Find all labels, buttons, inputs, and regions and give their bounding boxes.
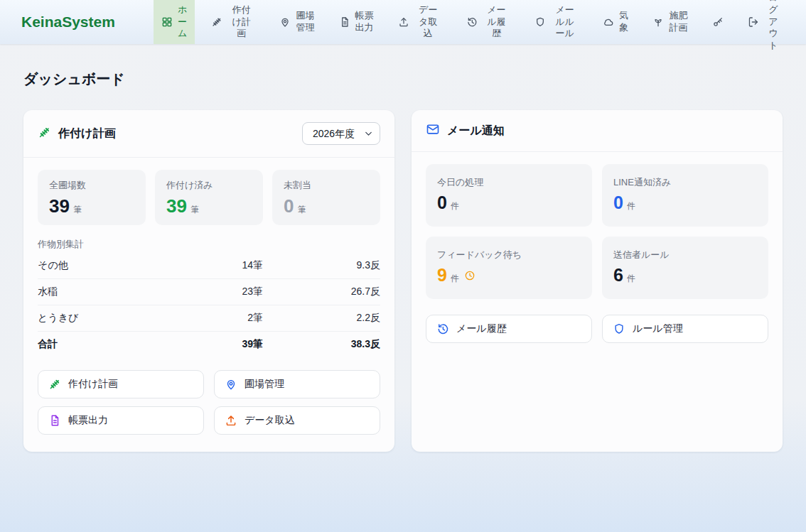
button-label: 圃場管理 [245,378,284,391]
crop-area: 9.3反 [263,259,380,272]
app-logo[interactable]: KeinaSystem [0,0,145,44]
nav-item-logout[interactable]: ログアウト [740,0,790,44]
stat-value: 9 [437,266,447,284]
document-icon [48,414,61,427]
nav-item-label: ホーム [178,4,187,40]
history-icon [466,16,478,28]
shield-icon [613,322,625,335]
upload-icon [225,414,237,427]
main-nav: ホーム作付け計画圃場管理帳票出力データ取込メール履歴メールルール気象施肥計画ログ… [145,0,806,44]
mail-quick-buttons: メール履歴ルール管理 [426,315,768,343]
mail-card-title: メール通知 [426,122,505,139]
nav-item-planting-plan[interactable]: 作付け計画 [203,0,263,44]
planting-card-header: 作付け計画 2026年度 [23,110,394,158]
nav-item-report-output[interactable]: 帳票出力 [331,0,382,44]
stat-box: 未割当0筆 [272,170,380,225]
nav-item-weather[interactable]: 気象 [595,0,636,44]
stat-unit: 筆 [190,204,199,216]
nav-item-mail-rules[interactable]: メールルール [527,0,586,44]
planting-card-body: 全圃場数39筆作付け済み39筆未割当0筆 作物別集計 その他14筆9.3反水稲2… [23,158,394,452]
stat-unit: 件 [451,200,459,212]
nav-item-password[interactable] [704,0,731,44]
nav-item-label: メールルール [551,4,579,40]
nav-item-fertilization-plan[interactable]: 施肥計画 [645,0,695,44]
sprout-icon [652,16,664,28]
stat-unit: 筆 [297,204,306,216]
nav-item-label: 施肥計画 [669,10,687,34]
nav-item-label: データ取込 [414,4,442,40]
crop-count: 39筆 [146,338,263,351]
dashboard-page: ダッシュボード 作付け計画 2026年度 全圃場数39筆作付け済み39筆未割当0… [0,44,806,452]
crop-area: 2.2反 [263,312,380,325]
stat-label: 全圃場数 [49,179,134,192]
stat-value: 0 [284,197,294,215]
nav-item-label: ログアウト [764,0,783,52]
crop-row: 水稲23筆26.7反 [38,279,380,305]
stat-unit: 件 [627,273,635,285]
crop-area: 38.3反 [263,338,380,351]
data-import-button[interactable]: データ取込 [214,406,380,435]
nav-item-home[interactable]: ホーム [154,0,195,44]
app-header: KeinaSystem ホーム作付け計画圃場管理帳票出力データ取込メール履歴メー… [0,0,806,44]
stat-value: 0 [613,194,623,212]
stat-unit: 筆 [73,204,82,216]
stat-label: 未割当 [284,179,369,192]
crop-name: 合計 [38,338,146,351]
nav-item-label: 気象 [619,10,628,34]
stat-box: 作付け済み39筆 [155,170,263,225]
planting-plan-button[interactable]: 作付け計画 [38,370,204,398]
logout-icon [748,16,759,28]
map-pin-icon [279,16,291,28]
nav-item-mail-history[interactable]: メール履歴 [458,0,518,44]
nav-item-label: メール履歴 [483,4,510,40]
stat-value: 39 [49,197,70,215]
rule-management-button[interactable]: ルール管理 [602,315,768,343]
stat-box: フィードバック待ち9件 [426,237,592,299]
crop-count: 23筆 [146,286,263,298]
crop-area: 26.7反 [263,286,380,298]
cards-container: 作付け計画 2026年度 全圃場数39筆作付け済み39筆未割当0筆 作物別集計 … [23,110,783,452]
mail-card-header: メール通知 [412,110,783,152]
crop-count: 14筆 [146,259,263,272]
year-select[interactable]: 2026年度 [302,122,380,145]
crop-row-total: 合計39筆38.3反 [38,332,380,357]
report-output-button[interactable]: 帳票出力 [38,406,204,435]
nav-item-data-import[interactable]: データ取込 [390,0,450,44]
nav-item-label: 作付け計画 [227,4,255,40]
stat-label: フィードバック待ち [437,249,581,261]
upload-icon [398,16,409,28]
mail-history-button[interactable]: メール履歴 [426,315,592,343]
year-select-wrap: 2026年度 [302,122,380,145]
stat-value: 6 [613,266,623,284]
crop-count: 2筆 [146,312,263,325]
stat-unit: 件 [627,200,635,212]
crop-row: その他14筆9.3反 [38,253,380,279]
crop-table-caption: 作物別集計 [38,238,380,251]
stat-unit: 件 [451,273,459,285]
stat-value: 0 [437,194,447,212]
cloud-icon [603,16,614,28]
nav-item-label: 圃場管理 [296,10,314,34]
button-label: メール履歴 [456,322,507,335]
history-icon [436,322,449,335]
button-label: ルール管理 [633,322,683,335]
grid-icon [161,16,173,28]
stat-box: 今日の処理0件 [426,164,592,227]
nav-item-field-management[interactable]: 圃場管理 [272,0,322,44]
planting-plan-card: 作付け計画 2026年度 全圃場数39筆作付け済み39筆未割当0筆 作物別集計 … [23,110,394,452]
wheat-icon [38,126,51,139]
mail-notification-card: メール通知 今日の処理0件LINE通知済み0件フィードバック待ち9件送信者ルール… [412,110,783,452]
stat-box: LINE通知済み0件 [602,164,768,227]
stat-label: 作付け済み [166,179,252,192]
shield-icon [534,16,546,28]
stat-label: LINE通知済み [613,176,757,189]
button-label: 作付け計画 [68,378,118,391]
planting-quick-buttons: 作付け計画圃場管理帳票出力データ取込 [38,370,380,435]
stat-label: 送信者ルール [613,249,757,261]
page-title: ダッシュボード [23,70,783,89]
button-label: データ取込 [245,414,295,427]
mail-card-body: 今日の処理0件LINE通知済み0件フィードバック待ち9件送信者ルール6件 メール… [412,152,783,360]
field-management-button[interactable]: 圃場管理 [214,370,380,398]
crop-row: とうきび2筆2.2反 [38,305,380,332]
mail-stats: 今日の処理0件LINE通知済み0件フィードバック待ち9件送信者ルール6件 [426,164,768,299]
